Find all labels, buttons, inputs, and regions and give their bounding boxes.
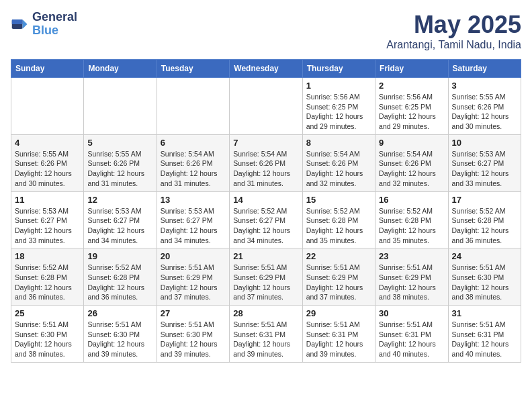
calendar-title: May 2025: [386, 11, 521, 39]
day-number: 18: [15, 251, 80, 261]
day-info: Sunrise: 5:52 AM Sunset: 6:28 PM Dayligh…: [379, 206, 444, 246]
day-number: 16: [379, 195, 444, 205]
calendar-week-row: 11Sunrise: 5:53 AM Sunset: 6:27 PM Dayli…: [11, 191, 521, 248]
day-number: 2: [379, 81, 444, 91]
weekday-header-thursday: Thursday: [302, 60, 375, 78]
calendar-day-cell: 24Sunrise: 5:51 AM Sunset: 6:30 PM Dayli…: [448, 248, 521, 306]
day-number: 11: [15, 195, 80, 205]
day-info: Sunrise: 5:51 AM Sunset: 6:29 PM Dayligh…: [161, 263, 226, 302]
day-info: Sunrise: 5:51 AM Sunset: 6:30 PM Dayligh…: [15, 320, 80, 359]
weekday-header-tuesday: Tuesday: [157, 60, 229, 78]
weekday-header-sunday: Sunday: [11, 60, 84, 78]
day-info: Sunrise: 5:52 AM Sunset: 6:28 PM Dayligh…: [306, 206, 371, 246]
calendar-day-cell: 3Sunrise: 5:55 AM Sunset: 6:26 PM Daylig…: [448, 78, 521, 135]
day-info: Sunrise: 5:51 AM Sunset: 6:30 PM Dayligh…: [452, 263, 517, 302]
day-number: 6: [161, 138, 226, 148]
day-info: Sunrise: 5:53 AM Sunset: 6:27 PM Dayligh…: [161, 206, 226, 246]
day-info: Sunrise: 5:51 AM Sunset: 6:30 PM Dayligh…: [161, 320, 226, 359]
calendar-week-row: 25Sunrise: 5:51 AM Sunset: 6:30 PM Dayli…: [11, 306, 521, 363]
logo: General Blue: [11, 11, 77, 38]
calendar-day-cell: 21Sunrise: 5:51 AM Sunset: 6:29 PM Dayli…: [230, 248, 302, 306]
day-number: 28: [233, 308, 298, 318]
calendar-week-row: 4Sunrise: 5:55 AM Sunset: 6:26 PM Daylig…: [11, 134, 521, 191]
day-number: 12: [87, 195, 152, 205]
calendar-day-cell: 26Sunrise: 5:51 AM Sunset: 6:30 PM Dayli…: [84, 306, 157, 363]
calendar-day-cell: 14Sunrise: 5:52 AM Sunset: 6:27 PM Dayli…: [230, 191, 302, 248]
day-info: Sunrise: 5:53 AM Sunset: 6:27 PM Dayligh…: [15, 206, 80, 246]
day-info: Sunrise: 5:51 AM Sunset: 6:31 PM Dayligh…: [452, 320, 517, 359]
calendar-day-cell: 16Sunrise: 5:52 AM Sunset: 6:28 PM Dayli…: [375, 191, 448, 248]
logo-icon: [11, 15, 30, 34]
calendar-day-cell: 30Sunrise: 5:51 AM Sunset: 6:31 PM Dayli…: [375, 306, 448, 363]
weekday-header-row: SundayMondayTuesdayWednesdayThursdayFrid…: [11, 60, 521, 78]
page-header: General Blue May 2025 Arantangi, Tamil N…: [11, 11, 521, 51]
title-section: May 2025 Arantangi, Tamil Nadu, India: [386, 11, 521, 51]
calendar-subtitle: Arantangi, Tamil Nadu, India: [386, 39, 521, 51]
calendar-day-cell: 5Sunrise: 5:55 AM Sunset: 6:26 PM Daylig…: [84, 134, 157, 191]
empty-cell: [157, 78, 229, 135]
svg-marker-1: [23, 19, 28, 29]
day-number: 26: [87, 308, 152, 318]
day-number: 22: [306, 251, 371, 261]
day-number: 24: [452, 251, 517, 261]
calendar-day-cell: 18Sunrise: 5:52 AM Sunset: 6:28 PM Dayli…: [11, 248, 84, 306]
day-number: 27: [161, 308, 226, 318]
day-number: 13: [161, 195, 226, 205]
day-info: Sunrise: 5:55 AM Sunset: 6:26 PM Dayligh…: [87, 149, 152, 189]
calendar-day-cell: 25Sunrise: 5:51 AM Sunset: 6:30 PM Dayli…: [11, 306, 84, 363]
calendar-day-cell: 15Sunrise: 5:52 AM Sunset: 6:28 PM Dayli…: [302, 191, 375, 248]
calendar-day-cell: 2Sunrise: 5:56 AM Sunset: 6:25 PM Daylig…: [375, 78, 448, 135]
day-info: Sunrise: 5:54 AM Sunset: 6:26 PM Dayligh…: [233, 149, 298, 189]
calendar-day-cell: 11Sunrise: 5:53 AM Sunset: 6:27 PM Dayli…: [11, 191, 84, 248]
calendar-day-cell: 23Sunrise: 5:51 AM Sunset: 6:29 PM Dayli…: [375, 248, 448, 306]
calendar-day-cell: 17Sunrise: 5:52 AM Sunset: 6:28 PM Dayli…: [448, 191, 521, 248]
day-info: Sunrise: 5:56 AM Sunset: 6:25 PM Dayligh…: [379, 92, 444, 132]
day-number: 3: [452, 81, 517, 91]
weekday-header-monday: Monday: [84, 60, 157, 78]
calendar-day-cell: 22Sunrise: 5:51 AM Sunset: 6:29 PM Dayli…: [302, 248, 375, 306]
empty-cell: [84, 78, 157, 135]
calendar-day-cell: 31Sunrise: 5:51 AM Sunset: 6:31 PM Dayli…: [448, 306, 521, 363]
day-number: 9: [379, 138, 444, 148]
day-number: 1: [306, 81, 371, 91]
weekday-header-friday: Friday: [375, 60, 448, 78]
day-number: 30: [379, 308, 444, 318]
calendar-day-cell: 12Sunrise: 5:53 AM Sunset: 6:27 PM Dayli…: [84, 191, 157, 248]
day-info: Sunrise: 5:52 AM Sunset: 6:28 PM Dayligh…: [15, 263, 80, 302]
calendar-day-cell: 27Sunrise: 5:51 AM Sunset: 6:30 PM Dayli…: [157, 306, 229, 363]
day-info: Sunrise: 5:51 AM Sunset: 6:31 PM Dayligh…: [306, 320, 371, 359]
day-info: Sunrise: 5:55 AM Sunset: 6:26 PM Dayligh…: [15, 149, 80, 189]
svg-rect-2: [12, 19, 23, 24]
calendar-day-cell: 7Sunrise: 5:54 AM Sunset: 6:26 PM Daylig…: [230, 134, 302, 191]
calendar-day-cell: 20Sunrise: 5:51 AM Sunset: 6:29 PM Dayli…: [157, 248, 229, 306]
day-info: Sunrise: 5:51 AM Sunset: 6:29 PM Dayligh…: [379, 263, 444, 302]
day-number: 14: [233, 195, 298, 205]
calendar-day-cell: 10Sunrise: 5:53 AM Sunset: 6:27 PM Dayli…: [448, 134, 521, 191]
day-number: 10: [452, 138, 517, 148]
day-info: Sunrise: 5:51 AM Sunset: 6:30 PM Dayligh…: [87, 320, 152, 359]
day-info: Sunrise: 5:53 AM Sunset: 6:27 PM Dayligh…: [452, 149, 517, 189]
day-number: 17: [452, 195, 517, 205]
weekday-header-saturday: Saturday: [448, 60, 521, 78]
day-info: Sunrise: 5:52 AM Sunset: 6:28 PM Dayligh…: [87, 263, 152, 302]
calendar-day-cell: 1Sunrise: 5:56 AM Sunset: 6:25 PM Daylig…: [302, 78, 375, 135]
day-number: 15: [306, 195, 371, 205]
calendar-week-row: 1Sunrise: 5:56 AM Sunset: 6:25 PM Daylig…: [11, 78, 521, 135]
day-info: Sunrise: 5:53 AM Sunset: 6:27 PM Dayligh…: [87, 206, 152, 246]
calendar-table: SundayMondayTuesdayWednesdayThursdayFrid…: [11, 59, 521, 363]
day-number: 29: [306, 308, 371, 318]
calendar-day-cell: 6Sunrise: 5:54 AM Sunset: 6:26 PM Daylig…: [157, 134, 229, 191]
day-info: Sunrise: 5:51 AM Sunset: 6:31 PM Dayligh…: [379, 320, 444, 359]
day-info: Sunrise: 5:56 AM Sunset: 6:25 PM Dayligh…: [306, 92, 371, 132]
day-number: 21: [233, 251, 298, 261]
day-number: 19: [87, 251, 152, 261]
calendar-day-cell: 29Sunrise: 5:51 AM Sunset: 6:31 PM Dayli…: [302, 306, 375, 363]
day-number: 23: [379, 251, 444, 261]
calendar-week-row: 18Sunrise: 5:52 AM Sunset: 6:28 PM Dayli…: [11, 248, 521, 306]
empty-cell: [230, 78, 302, 135]
day-info: Sunrise: 5:54 AM Sunset: 6:26 PM Dayligh…: [379, 149, 444, 189]
day-info: Sunrise: 5:51 AM Sunset: 6:29 PM Dayligh…: [306, 263, 371, 302]
day-info: Sunrise: 5:51 AM Sunset: 6:29 PM Dayligh…: [233, 263, 298, 302]
empty-cell: [11, 78, 84, 135]
day-info: Sunrise: 5:54 AM Sunset: 6:26 PM Dayligh…: [306, 149, 371, 189]
